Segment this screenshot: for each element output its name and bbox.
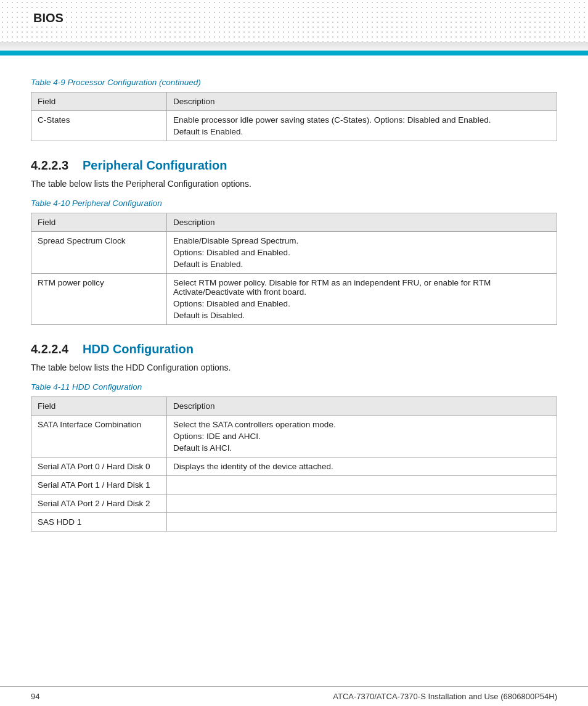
- table-4-10-field-ssc: Spread Spectrum Clock: [31, 232, 167, 274]
- table-row: Serial ATA Port 0 / Hard Disk 0 Displays…: [31, 458, 557, 476]
- table-4-11-desc-sata-combo: Select the SATA controllers operation mo…: [167, 416, 557, 458]
- footer-page-number: 94: [31, 692, 39, 701]
- desc-line-1: Select RTM power policy. Disable for RTM…: [173, 278, 550, 297]
- desc-line-1: Enable processor idle power saving state…: [173, 115, 550, 125]
- desc-line-1: Enable/Disable Spread Spectrum.: [173, 236, 550, 245]
- desc-line-3: Default is Disabled.: [173, 311, 550, 320]
- table-4-11-field-sas: SAS HDD 1: [31, 513, 167, 532]
- table-row: Spread Spectrum Clock Enable/Disable Spr…: [31, 232, 557, 274]
- desc-line-1: Select the SATA controllers operation mo…: [173, 420, 550, 429]
- table-4-11-desc-sas: [167, 513, 557, 532]
- footer-document: ATCA-7370/ATCA-7370-S Installation and U…: [333, 692, 557, 701]
- section-424-heading: 4.2.2.4 HDD Configuration: [31, 342, 557, 356]
- main-content: Table 4-9 Processor Configuration (conti…: [0, 55, 588, 559]
- section-423-description: The table below lists the Peripheral Con…: [31, 179, 557, 189]
- table-4-11-caption: Table 4-11 HDD Configuration: [31, 382, 557, 392]
- table-4-11-field-sata-combo: SATA Interface Combination: [31, 416, 167, 458]
- desc-line-2: Options: Disabled and Enabled.: [173, 248, 550, 257]
- table-peripheral: Field Description Spread Spectrum Clock …: [31, 213, 557, 325]
- header-gray-bar: [0, 42, 588, 51]
- page-header: BIOS: [0, 0, 588, 55]
- table-row: SAS HDD 1: [31, 513, 557, 532]
- table-4-10-desc-rtm: Select RTM power policy. Disable for RTM…: [167, 274, 557, 325]
- table-4-10-desc-ssc: Enable/Disable Spread Spectrum. Options:…: [167, 232, 557, 274]
- section-423-heading: 4.2.2.3 Peripheral Configuration: [31, 158, 557, 173]
- table-4-9-header-desc: Description: [167, 92, 557, 111]
- section-423-title: Peripheral Configuration: [83, 158, 227, 173]
- desc-line-2: Default is Enabled.: [173, 127, 550, 136]
- table-hdd: Field Description SATA Interface Combina…: [31, 396, 557, 532]
- table-4-11-field-port0: Serial ATA Port 0 / Hard Disk 0: [31, 458, 167, 476]
- table-4-11-desc-port1: [167, 476, 557, 495]
- header-title: BIOS: [31, 11, 66, 25]
- table-4-11-desc-port0: Displays the identity of the device atta…: [167, 458, 557, 476]
- table-4-9-field-cstates: C-States: [31, 111, 167, 141]
- section-424-description: The table below lists the HDD Configurat…: [31, 363, 557, 372]
- desc-line-1: Displays the identity of the device atta…: [173, 462, 550, 471]
- desc-line-2: Options: Disabled and Enabled.: [173, 299, 550, 308]
- table-4-11-field-port1: Serial ATA Port 1 / Hard Disk 1: [31, 476, 167, 495]
- section-423-number: 4.2.2.3: [31, 158, 74, 173]
- section-424-number: 4.2.2.4: [31, 342, 74, 356]
- table-row: Serial ATA Port 1 / Hard Disk 1: [31, 476, 557, 495]
- table-row: C-States Enable processor idle power sav…: [31, 111, 557, 141]
- header-blue-bar: [0, 51, 588, 55]
- table-row: RTM power policy Select RTM power policy…: [31, 274, 557, 325]
- table-4-10-field-rtm: RTM power policy: [31, 274, 167, 325]
- table-4-11-header-desc: Description: [167, 397, 557, 416]
- table-4-9-desc-cstates: Enable processor idle power saving state…: [167, 111, 557, 141]
- table-4-11-header-field: Field: [31, 397, 167, 416]
- desc-line-3: Default is AHCI.: [173, 443, 550, 453]
- table-processor-continued: Field Description C-States Enable proces…: [31, 92, 557, 141]
- table-4-10-caption: Table 4-10 Peripheral Configuration: [31, 199, 557, 208]
- table-4-11-desc-port2: [167, 495, 557, 513]
- table-row: SATA Interface Combination Select the SA…: [31, 416, 557, 458]
- table-4-11-field-port2: Serial ATA Port 2 / Hard Disk 2: [31, 495, 167, 513]
- page-footer: 94 ATCA-7370/ATCA-7370-S Installation an…: [0, 686, 588, 706]
- header-dot-pattern: [0, 0, 588, 43]
- desc-line-2: Options: IDE and AHCI.: [173, 432, 550, 441]
- desc-line-3: Default is Enabled.: [173, 260, 550, 269]
- table-4-9-caption: Table 4-9 Processor Configuration (conti…: [31, 78, 557, 87]
- table-4-10-header-desc: Description: [167, 213, 557, 232]
- table-4-9-header-field: Field: [31, 92, 167, 111]
- table-4-10-header-field: Field: [31, 213, 167, 232]
- section-424-title: HDD Configuration: [83, 342, 194, 356]
- table-row: Serial ATA Port 2 / Hard Disk 2: [31, 495, 557, 513]
